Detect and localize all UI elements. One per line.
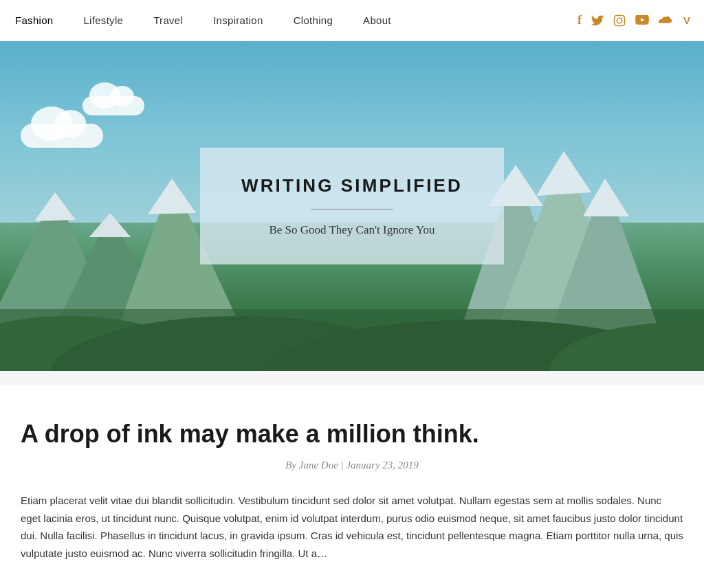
twitter-icon[interactable] [591, 15, 604, 25]
youtube-icon[interactable] [635, 15, 649, 25]
navbar: Fashion Lifestyle Travel Inspiration Clo… [0, 0, 704, 41]
svg-marker-10 [34, 213, 192, 371]
hero-background: WRITING SIMPLIFIED Be So Good They Can't… [0, 41, 704, 371]
svg-point-15 [0, 316, 206, 371]
cloud-1 [21, 124, 103, 148]
nav-item-lifestyle[interactable]: Lifestyle [68, 0, 138, 41]
svg-point-1 [617, 18, 622, 23]
article-title: A drop of ink may make a million think. [21, 419, 683, 449]
svg-point-2 [622, 17, 623, 19]
hero-divider [311, 209, 393, 210]
hero-box: WRITING SIMPLIFIED Be So Good They Can't… [200, 148, 504, 264]
nav-item-about[interactable]: About [348, 0, 406, 41]
svg-rect-0 [614, 15, 624, 25]
cloud-2 [82, 96, 144, 115]
svg-point-17 [261, 319, 701, 371]
social-icons: f V [578, 13, 690, 27]
nav-item-travel[interactable]: Travel [138, 0, 198, 41]
article-body: Etiam placerat velit vitae dui blandit s… [21, 492, 683, 562]
soundcloud-icon[interactable] [659, 16, 674, 25]
article-meta: By Jane Doe | January 23, 2019 [21, 460, 683, 471]
content-inner: A drop of ink may make a million think. … [0, 385, 704, 588]
nav-item-fashion[interactable]: Fashion [0, 0, 68, 41]
facebook-icon[interactable]: f [578, 13, 582, 27]
hero-title: WRITING SIMPLIFIED [241, 175, 463, 196]
instagram-icon[interactable] [613, 14, 626, 27]
nav-links: Fashion Lifestyle Travel Inspiration Clo… [0, 0, 406, 41]
svg-point-18 [550, 323, 704, 371]
svg-rect-19 [0, 309, 704, 371]
nav-item-inspiration[interactable]: Inspiration [198, 0, 278, 41]
svg-point-16 [48, 316, 433, 371]
nav-item-clothing[interactable]: Clothing [278, 0, 348, 41]
hero-subtitle: Be So Good They Can't Ignore You [241, 223, 463, 237]
hero-section: WRITING SIMPLIFIED Be So Good They Can't… [0, 41, 704, 371]
vimeo-icon[interactable]: V [683, 14, 690, 26]
content-section: A drop of ink may make a million think. … [0, 371, 704, 588]
